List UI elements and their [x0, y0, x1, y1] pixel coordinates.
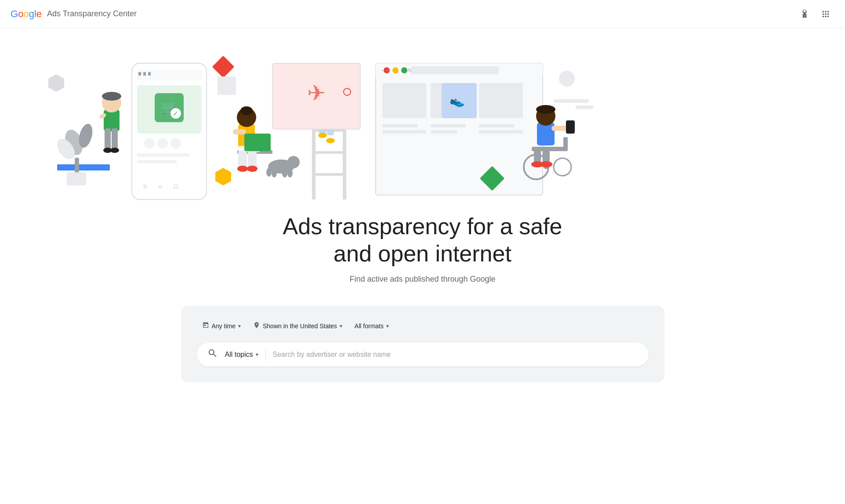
any-time-chevron: ▾: [238, 323, 241, 329]
svg-text:✓: ✓: [173, 110, 178, 117]
all-topics-button[interactable]: All topics ▾: [225, 351, 258, 359]
svg-text:←→: ←→: [381, 68, 390, 73]
svg-rect-9: [105, 128, 111, 150]
svg-point-97: [536, 105, 555, 114]
svg-point-51: [272, 169, 277, 178]
svg-text:↻: ↻: [408, 68, 412, 73]
svg-point-14: [102, 92, 121, 101]
logo-e: e: [36, 8, 42, 20]
search-icon: [207, 348, 218, 361]
svg-rect-86: [431, 130, 457, 134]
hero-text-section: Ads transparency for a safe and open int…: [0, 204, 845, 288]
header-title: Ads Transparency Center: [47, 9, 137, 18]
svg-rect-75: [411, 66, 499, 74]
formats-label: All formats: [355, 323, 384, 330]
svg-rect-94: [576, 105, 593, 109]
svg-rect-46: [244, 134, 271, 151]
svg-point-73: [392, 67, 399, 73]
logo-g: G: [11, 8, 18, 20]
svg-point-43: [247, 166, 257, 172]
location-label: Shown in the United States: [263, 323, 337, 330]
search-container: Any time ▾ Shown in the United States ▾ …: [181, 306, 664, 382]
location-chevron: ▾: [340, 323, 342, 329]
hero-title-line2: and open internet: [334, 241, 511, 266]
hero-subtitle: Find active ads published through Google: [0, 275, 845, 284]
formats-chevron: ▾: [386, 323, 389, 329]
svg-rect-20: [148, 72, 151, 76]
logo-g2: g: [29, 8, 34, 20]
svg-point-49: [287, 156, 300, 168]
any-time-label: Any time: [212, 323, 236, 330]
svg-rect-87: [479, 124, 514, 127]
svg-text:□: □: [174, 183, 178, 190]
svg-point-106: [540, 161, 552, 167]
svg-rect-78: [382, 83, 426, 118]
search-box: All topics ▾: [197, 343, 649, 366]
svg-point-26: [144, 138, 155, 149]
grid-menu-button[interactable]: [817, 5, 834, 23]
svg-rect-8: [104, 109, 120, 131]
svg-rect-18: [138, 72, 141, 76]
search-divider: [265, 348, 266, 361]
svg-rect-35: [218, 76, 236, 95]
svg-rect-30: [137, 160, 177, 163]
svg-rect-93: [554, 99, 589, 103]
any-time-filter[interactable]: Any time ▾: [197, 318, 246, 334]
svg-point-42: [237, 166, 248, 172]
svg-text:👟: 👟: [450, 94, 465, 108]
svg-rect-7: [67, 172, 86, 185]
topics-label: All topics: [225, 351, 253, 359]
svg-rect-29: [137, 153, 190, 157]
svg-rect-85: [431, 124, 466, 127]
svg-point-92: [559, 71, 575, 87]
svg-rect-88: [479, 130, 523, 134]
svg-rect-19: [143, 72, 146, 76]
svg-rect-84: [382, 130, 426, 134]
svg-rect-10: [112, 128, 118, 150]
svg-rect-102: [563, 137, 568, 151]
svg-rect-47: [233, 129, 246, 134]
logo-o1: o: [18, 8, 23, 20]
svg-point-27: [157, 138, 168, 149]
svg-point-50: [266, 168, 272, 177]
header-left: Google Ads Transparency Center: [11, 8, 137, 20]
svg-rect-61: [312, 173, 346, 176]
svg-point-28: [170, 138, 181, 149]
search-input[interactable]: [273, 351, 638, 359]
svg-point-65: [318, 133, 327, 138]
location-filter[interactable]: Shown in the United States ▾: [248, 318, 348, 334]
svg-rect-83: [382, 124, 417, 127]
svg-point-12: [110, 148, 119, 153]
topics-chevron: ▾: [256, 352, 258, 358]
header-right: [796, 5, 834, 23]
svg-rect-108: [566, 120, 575, 134]
svg-rect-60: [312, 151, 346, 154]
svg-point-53: [287, 169, 293, 178]
svg-text:✈: ✈: [307, 81, 326, 105]
svg-point-52: [282, 169, 287, 178]
hero-title: Ads transparency for a safe and open int…: [0, 213, 845, 268]
calendar-icon: [202, 322, 209, 330]
filter-row: Any time ▾ Shown in the United States ▾ …: [197, 318, 649, 334]
svg-text:○: ○: [159, 183, 162, 190]
svg-rect-95: [537, 123, 555, 145]
settings-button[interactable]: [796, 5, 813, 23]
logo-o2: o: [23, 8, 29, 20]
header: Google Ads Transparency Center: [0, 0, 845, 28]
svg-point-45: [240, 106, 253, 115]
svg-rect-17: [137, 70, 201, 80]
svg-text:☆: ☆: [142, 183, 148, 190]
formats-filter[interactable]: All formats ▾: [349, 319, 394, 333]
hero-illustration: 🛒 ✓ ☆ ○ □: [0, 28, 845, 204]
svg-rect-1: [57, 164, 110, 170]
hero-title-line1: Ads transparency for a safe: [283, 214, 562, 239]
google-logo: Google: [11, 8, 42, 20]
svg-rect-82: [479, 83, 523, 118]
svg-point-66: [326, 138, 335, 143]
svg-point-74: [401, 67, 407, 73]
location-icon: [253, 322, 260, 330]
